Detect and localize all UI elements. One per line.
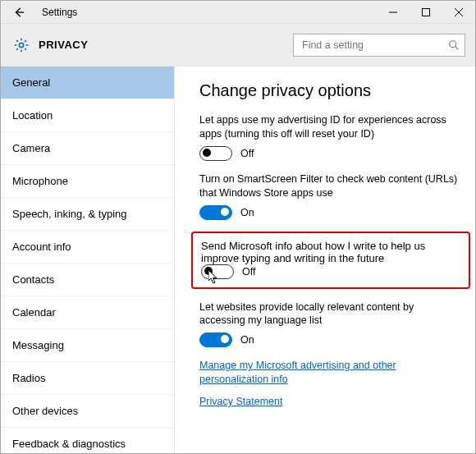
toggle-knob bbox=[204, 267, 213, 275]
svg-point-2 bbox=[450, 40, 456, 47]
body: GeneralLocationCameraMicrophoneSpeech, i… bbox=[1, 66, 475, 454]
toggle-state-label: Off bbox=[240, 148, 254, 159]
header: PRIVACY bbox=[1, 24, 475, 66]
option-smartscreen: Turn on SmartScreen Filter to check web … bbox=[199, 172, 462, 220]
arrow-left-icon bbox=[13, 7, 25, 18]
section-title: PRIVACY bbox=[39, 39, 88, 51]
page-title: Change privacy options bbox=[199, 81, 462, 100]
minimize-button[interactable] bbox=[377, 1, 410, 24]
sidebar-item-microphone[interactable]: Microphone bbox=[1, 165, 174, 198]
toggle-state-label: On bbox=[240, 334, 254, 346]
sidebar-item-contacts[interactable]: Contacts bbox=[1, 264, 174, 296]
option-description: Turn on SmartScreen Filter to check web … bbox=[199, 172, 462, 200]
sidebar-item-camera[interactable]: Camera bbox=[1, 132, 174, 165]
toggle-knob bbox=[221, 208, 229, 216]
sidebar-item-label: Location bbox=[12, 109, 53, 122]
sidebar-item-label: Radios bbox=[12, 372, 45, 384]
toggle-knob bbox=[221, 335, 229, 343]
toggle-smartscreen[interactable] bbox=[199, 205, 232, 220]
sidebar-item-label: Microphone bbox=[12, 175, 68, 187]
toggle-row: Off bbox=[199, 146, 462, 161]
content: Change privacy options Let apps use my a… bbox=[175, 66, 475, 454]
search-input[interactable] bbox=[300, 39, 448, 52]
maximize-button[interactable] bbox=[410, 1, 442, 24]
sidebar-item-speech-inking-typing[interactable]: Speech, inking, & typing bbox=[1, 198, 174, 231]
option-advertising-id: Let apps use my advertising ID for exper… bbox=[199, 113, 462, 161]
toggle-advertising-id[interactable] bbox=[199, 146, 232, 161]
sidebar-item-label: Other devices bbox=[12, 405, 78, 417]
sidebar-item-label: General bbox=[12, 76, 50, 89]
back-button[interactable] bbox=[7, 1, 30, 24]
toggle-typing-info[interactable] bbox=[201, 264, 234, 279]
link-privacy-statement[interactable]: Privacy Statement bbox=[199, 395, 282, 409]
toggle-language-list[interactable] bbox=[199, 332, 232, 347]
sidebar-item-location[interactable]: Location bbox=[1, 99, 174, 132]
sidebar-item-feedback-diagnostics[interactable]: Feedback & diagnostics bbox=[1, 428, 174, 454]
sidebar-item-label: Contacts bbox=[12, 273, 54, 286]
gear-icon bbox=[12, 36, 30, 54]
sidebar-item-other-devices[interactable]: Other devices bbox=[1, 395, 174, 428]
link-manage-ad-info[interactable]: Manage my Microsoft advertising and othe… bbox=[199, 359, 462, 387]
option-typing-info: Send Microsoft info about how I write to… bbox=[191, 232, 470, 289]
sidebar-item-label: Speech, inking, & typing bbox=[12, 208, 126, 220]
sidebar-item-messaging[interactable]: Messaging bbox=[1, 329, 174, 362]
toggle-row: Off bbox=[201, 264, 460, 279]
svg-point-1 bbox=[19, 43, 23, 47]
window-title: Settings bbox=[42, 7, 77, 18]
toggle-row: On bbox=[199, 332, 462, 347]
sidebar-item-calendar[interactable]: Calendar bbox=[1, 296, 174, 329]
sidebar-item-general[interactable]: General bbox=[1, 66, 174, 99]
search-icon bbox=[448, 39, 460, 51]
sidebar-item-label: Messaging bbox=[12, 339, 64, 351]
option-description: Send Microsoft info about how I write to… bbox=[201, 240, 460, 264]
toggle-row: On bbox=[199, 205, 462, 220]
minimize-icon bbox=[389, 8, 397, 16]
search-box[interactable] bbox=[293, 34, 465, 57]
toggle-state-label: On bbox=[240, 207, 254, 218]
sidebar-item-label: Camera bbox=[12, 142, 50, 154]
toggle-knob bbox=[203, 149, 211, 157]
titlebar: Settings bbox=[1, 1, 475, 24]
toggle-state-label: Off bbox=[242, 266, 255, 277]
option-language-list: Let websites provide locally relevant co… bbox=[199, 300, 462, 348]
svg-rect-0 bbox=[423, 8, 430, 16]
sidebar-item-account-info[interactable]: Account info bbox=[1, 231, 174, 264]
sidebar: GeneralLocationCameraMicrophoneSpeech, i… bbox=[1, 66, 175, 454]
option-description: Let websites provide locally relevant co… bbox=[199, 300, 462, 328]
close-icon bbox=[455, 8, 463, 16]
close-button[interactable] bbox=[442, 1, 475, 24]
sidebar-item-radios[interactable]: Radios bbox=[1, 362, 174, 395]
sidebar-item-label: Feedback & diagnostics bbox=[12, 438, 126, 450]
sidebar-item-label: Calendar bbox=[12, 306, 56, 319]
sidebar-item-label: Account info bbox=[12, 241, 71, 253]
maximize-icon bbox=[422, 8, 430, 16]
option-description: Let apps use my advertising ID for exper… bbox=[199, 113, 462, 141]
